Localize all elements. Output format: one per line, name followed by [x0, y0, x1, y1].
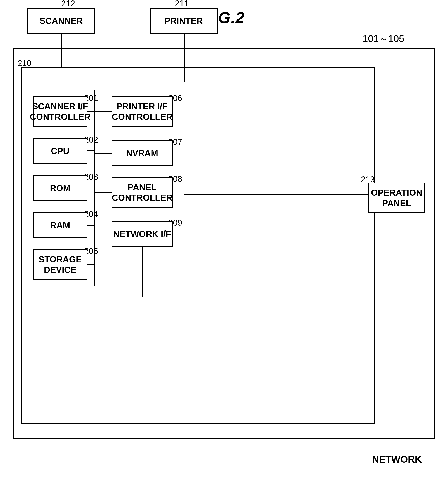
rom-h-line: [88, 188, 95, 189]
scanner-if-box: SCANNER I/FCONTROLLER: [33, 96, 88, 127]
outer-box-label: 101～105: [362, 32, 404, 45]
panel-to-opanel-line: [184, 194, 368, 195]
scanner-num-label: 212: [61, 0, 75, 8]
inner-box-num-label: 210: [18, 59, 31, 68]
printer-if-h-line: [94, 111, 112, 112]
printer-num-label: 211: [175, 0, 189, 8]
network-v-line: [142, 247, 143, 297]
ram-box: RAM: [33, 212, 88, 238]
scanner-if-h-line: [88, 111, 95, 112]
printer-box: PRINTER: [150, 8, 218, 34]
outer-device-box: 212 SCANNER 211 PRINTER 210 201 SCANNER …: [13, 48, 435, 439]
nvram-box: NVRAM: [112, 140, 173, 166]
op-panel-box: OPERATIONPANEL: [368, 182, 425, 213]
scanner-box: SCANNER: [27, 8, 95, 34]
storage-box: STORAGEDEVICE: [33, 249, 88, 280]
network-if-h-line: [94, 233, 112, 234]
network-bottom-line: [13, 438, 435, 439]
cpu-h-line: [88, 151, 95, 151]
panel-ctrl-h-line: [94, 192, 112, 193]
storage-h-line: [88, 264, 95, 265]
inner-controller-box: 210 201 SCANNER I/FCONTROLLER 202 CPU 20…: [21, 67, 375, 424]
printer-if-box: PRINTER I/FCONTROLLER: [112, 96, 173, 127]
rom-box: ROM: [33, 175, 88, 201]
network-if-box: NETWORK I/F: [112, 221, 173, 247]
scanner-connector-line: [61, 34, 62, 67]
panel-ctrl-box: PANELCONTROLLER: [112, 177, 173, 208]
cpu-box: CPU: [33, 138, 88, 164]
network-label: NETWORK: [372, 454, 422, 465]
ram-h-line: [88, 225, 95, 226]
nvram-h-line: [94, 153, 112, 153]
page: FIG.2 101～105 212 SCANNER 211 PRINTER 21…: [0, 0, 448, 478]
